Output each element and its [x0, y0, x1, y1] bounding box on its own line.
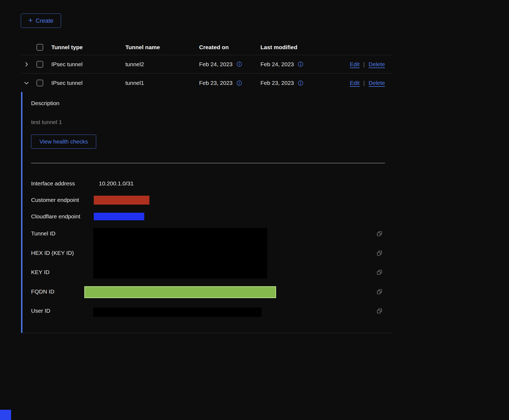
tunnel-id-label: Tunnel ID	[31, 230, 55, 237]
fqdn-id-redaction	[84, 286, 276, 298]
copy-hex-id-icon[interactable]	[376, 250, 383, 256]
row-actions: Edit | Delete	[350, 61, 385, 68]
customer-endpoint-redaction	[94, 196, 149, 205]
last-modified-value: Feb 23, 2023	[260, 80, 294, 86]
edit-link[interactable]: Edit	[350, 80, 360, 86]
row-checkbox[interactable]	[36, 61, 43, 68]
customer-endpoint-label: Customer endpoint	[31, 197, 79, 203]
created-on-value: Feb 24, 2023	[199, 61, 233, 68]
header-tunnel-type: Tunnel type	[51, 44, 83, 51]
select-all-checkbox[interactable]	[36, 44, 43, 51]
action-separator: |	[363, 80, 365, 86]
tunnel-name-cell: tunnel2	[125, 61, 144, 68]
user-id-label: User ID	[31, 308, 50, 314]
description-label: Description	[31, 100, 59, 106]
fqdn-id-label: FQDN ID	[31, 288, 54, 295]
hex-id-label: HEX ID (KEY ID)	[31, 250, 74, 256]
info-icon[interactable]	[236, 80, 242, 86]
row-actions: Edit | Delete	[350, 80, 385, 86]
copy-key-id-icon[interactable]	[376, 269, 383, 276]
key-id-label: KEY ID	[31, 269, 49, 275]
cloudflare-endpoint-label: Cloudflare endpoint	[31, 213, 80, 220]
panel-divider	[31, 163, 385, 163]
tunnel-type-cell: IPsec tunnel	[51, 80, 83, 86]
info-icon[interactable]	[236, 61, 242, 67]
create-button-label: Create	[36, 17, 53, 24]
chevron-right-icon[interactable]	[23, 61, 30, 68]
description-value: test tunnel 1	[31, 119, 62, 125]
cloudflare-endpoint-redaction	[94, 213, 144, 220]
chevron-down-icon[interactable]	[23, 80, 30, 86]
tunnels-table: Tunnel type Tunnel name Created on Last …	[21, 40, 392, 92]
header-last-modified: Last modified	[260, 44, 297, 51]
copy-user-id-icon[interactable]	[376, 308, 383, 314]
plus-icon: +	[28, 17, 33, 24]
created-on-cell: Feb 24, 2023	[199, 61, 242, 68]
copy-fqdn-id-icon[interactable]	[376, 289, 383, 295]
expanded-detail-panel: Description test tunnel 1 View health ch…	[21, 92, 392, 333]
user-id-redaction	[93, 308, 262, 317]
header-tunnel-name: Tunnel name	[125, 44, 160, 51]
delete-link[interactable]: Delete	[369, 80, 385, 86]
created-on-cell: Feb 23, 2023	[199, 80, 242, 86]
action-separator: |	[363, 61, 365, 68]
interface-address-label: Interface address	[31, 180, 75, 187]
tunnels-page: + Create Tunnel type Tunnel name Created…	[0, 0, 509, 420]
tunnel-name-cell: tunnel1	[125, 80, 144, 86]
table-header-row: Tunnel type Tunnel name Created on Last …	[21, 40, 392, 55]
last-modified-cell: Feb 24, 2023	[260, 61, 303, 68]
last-modified-value: Feb 24, 2023	[260, 61, 294, 68]
copy-tunnel-id-icon[interactable]	[376, 231, 383, 237]
table-row-tunnel2: IPsec tunnel tunnel2 Feb 24, 2023 Feb 24…	[21, 55, 392, 74]
create-button[interactable]: + Create	[21, 14, 61, 28]
view-health-checks-button[interactable]: View health checks	[31, 135, 96, 149]
interface-address-value: 10.200.1.0/31	[99, 180, 133, 187]
row-checkbox[interactable]	[36, 80, 43, 86]
edit-link[interactable]: Edit	[350, 61, 360, 68]
tunnel-type-cell: IPsec tunnel	[51, 61, 83, 68]
delete-link[interactable]: Delete	[369, 61, 385, 68]
ids-redaction	[93, 228, 267, 279]
header-created-on: Created on	[199, 44, 229, 51]
last-modified-cell: Feb 23, 2023	[260, 80, 303, 86]
corner-blue-square	[0, 410, 11, 420]
info-icon[interactable]	[298, 61, 303, 67]
table-row-tunnel1: IPsec tunnel tunnel1 Feb 23, 2023 Feb 23…	[21, 74, 392, 92]
created-on-value: Feb 23, 2023	[199, 80, 233, 86]
info-icon[interactable]	[298, 80, 303, 86]
